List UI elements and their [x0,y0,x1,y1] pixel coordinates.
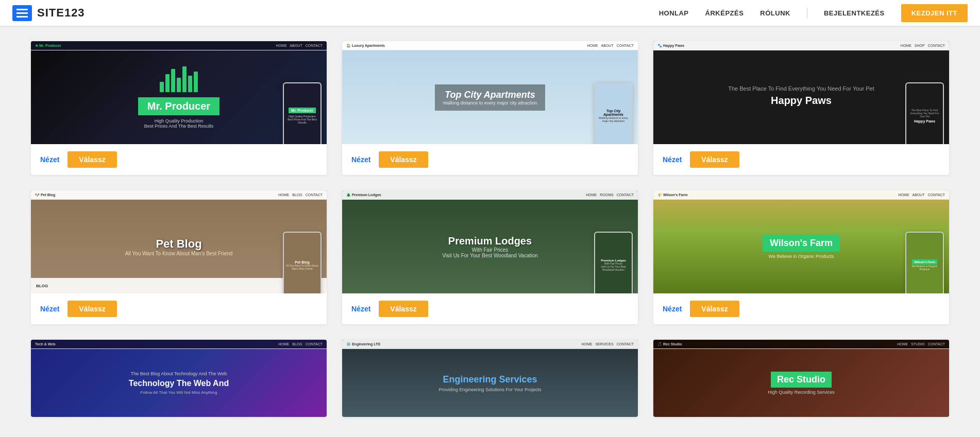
preview-sub-1: High Quality ProductionBest Prices And T… [144,118,213,129]
nav-honlap[interactable]: HONLAP [659,9,689,17]
template-actions-4: Nézet Válassz [31,293,327,324]
template-card-premium-lodges: 🌲 Premium Lodges HOME ROOMS CONTACT Prem… [342,190,638,324]
preview-content-2: Top City Apartments Walking distance to … [435,84,546,111]
template-card-mr-producer: ★ Mr. Producer HOME ABOUT CONTACT [31,41,327,175]
preview-nav-logo-1: ★ Mr. Producer [35,44,61,48]
template-actions-3: Nézet Válassz [653,144,949,175]
template-preview-mr-producer: ★ Mr. Producer HOME ABOUT CONTACT [31,41,327,144]
main-nav: HONLAP ÁRKÉPZÉS RÓLUNK BEJELENTKEZÉS KEZ… [659,4,968,22]
mobile-overlay-2: Top City Apartments Walking distance to … [594,82,633,144]
template-card-pet-blog: 🐶 Pet Blog HOME BLOG CONTACT Pet Blog Al… [31,190,327,324]
preview-nav-logo-5: 🌲 Premium Lodges [346,193,381,197]
template-actions-2: Nézet Válassz [342,144,638,175]
preview-nav-links-9: HOME STUDIO CONTACT [897,342,945,346]
valassz-button-3[interactable]: Válassz [690,151,739,168]
mobile-overlay-3: The Best Place To Find Everything You Ne… [905,82,944,144]
preview-nav-logo-9: 🎵 Rec Studio [657,342,682,346]
template-preview-tech-web: Tech & Web HOME BLOG CONTACT The Best Bl… [31,340,327,417]
template-preview-happy-paws: 🐾 Happy Paws HOME SHOP CONTACT The Best … [653,41,949,144]
nezet-button-1[interactable]: Nézet [40,155,59,164]
preview-nav-links-7: HOME BLOG CONTACT [278,342,323,346]
preview-nav-links-6: HOME ABOUT CONTACT [899,193,945,197]
templates-grid: ★ Mr. Producer HOME ABOUT CONTACT [31,41,949,417]
preview-nav-links-3: HOME SHOP CONTACT [901,44,945,47]
template-preview-engineering: ⚙️ Engineering LTD HOME SERVICES CONTACT… [342,340,638,417]
hamburger-menu[interactable] [12,5,32,21]
preview-content-6: Wilson's Farm We Believe in Organic Prod… [757,230,845,264]
preview-nav-links-2: HOME ABOUT CONTACT [587,44,634,47]
nezet-button-5[interactable]: Nézet [351,305,370,313]
preview-nav-logo-8: ⚙️ Engineering LTD [346,342,380,346]
preview-content-7: The Best Blog About Technology And The W… [124,366,234,400]
mobile-overlay-6: Wilson's Farm We Believe in Organic Prod… [905,232,944,293]
preview-content-3: The Best Place To Find Everything You Ne… [723,80,880,115]
header-left: SITE123 [12,5,85,21]
template-card-happy-paws: 🐾 Happy Paws HOME SHOP CONTACT The Best … [653,41,949,175]
template-preview-rec-studio: 🎵 Rec Studio HOME STUDIO CONTACT Rec Stu… [653,340,949,417]
valassz-button-5[interactable]: Válassz [379,301,428,317]
nav-divider [807,8,807,18]
template-preview-apartments: 🏠 Luxury Apartments HOME ABOUT CONTACT T… [342,41,638,144]
preview-nav-logo-2: 🏠 Luxury Apartments [346,44,385,48]
valassz-button-2[interactable]: Válassz [379,151,428,168]
template-card-rec-studio: 🎵 Rec Studio HOME STUDIO CONTACT Rec Stu… [653,340,949,417]
site-logo[interactable]: SITE123 [37,6,85,20]
valassz-button-6[interactable]: Válassz [690,301,739,317]
start-button[interactable]: KEZDJEN ITT [901,4,968,22]
nav-rolunk[interactable]: RÓLUNK [760,9,790,17]
mobile-overlay-4: Pet Blog All You Want To Know About Man'… [283,232,322,293]
main-content: ★ Mr. Producer HOME ABOUT CONTACT [0,26,980,432]
template-actions-6: Nézet Válassz [653,293,949,324]
nezet-button-3[interactable]: Nézet [663,155,682,164]
preview-nav-logo-6: 🌾 Wilson's Farm [657,193,687,197]
nezet-button-2[interactable]: Nézet [351,155,370,164]
preview-nav-links-1: HOME ABOUT CONTACT [276,44,323,47]
template-card-wilsons-farm: 🌾 Wilson's Farm HOME ABOUT CONTACT Wilso… [653,190,949,324]
login-button[interactable]: BEJELENTKEZÉS [824,9,885,17]
template-preview-pet-blog: 🐶 Pet Blog HOME BLOG CONTACT Pet Blog Al… [31,190,327,293]
preview-nav-logo-7: Tech & Web [35,342,55,346]
mobile-overlay-1: Mr. Producer High Quality ProductionBest… [283,82,322,144]
template-preview-wilsons-farm: 🌾 Wilson's Farm HOME ABOUT CONTACT Wilso… [653,190,949,293]
mobile-overlay-5: Premium Lodges With Fair PricesVisit Us … [594,232,633,293]
preview-nav-links-5: HOME ROOMS CONTACT [586,193,634,197]
template-card-apartments: 🏠 Luxury Apartments HOME ABOUT CONTACT T… [342,41,638,175]
nezet-button-6[interactable]: Nézet [663,305,682,313]
valassz-button-4[interactable]: Válassz [67,301,116,317]
nezet-button-4[interactable]: Nézet [40,305,59,313]
hamburger-icon [16,9,28,18]
preview-blog-label-4: BLOG [31,278,327,293]
template-actions-1: Nézet Válassz [31,144,327,175]
template-card-tech-web: Tech & Web HOME BLOG CONTACT The Best Bl… [31,340,327,417]
template-actions-5: Nézet Válassz [342,293,638,324]
preview-content-5: Premium Lodges With Fair PricesVisit Us … [437,230,543,264]
nav-arkepes[interactable]: ÁRKÉPZÉS [705,9,744,17]
preview-nav-links-8: HOME SERVICES CONTACT [581,342,634,346]
preview-content-4: Pet Blog All You Want To Know About Man'… [120,232,238,261]
preview-nav-links-4: HOME BLOG CONTACT [278,193,323,197]
template-card-engineering: ⚙️ Engineering LTD HOME SERVICES CONTACT… [342,340,638,417]
eq-bars [160,66,198,92]
valassz-button-1[interactable]: Válassz [67,151,116,168]
preview-nav-logo-4: 🐶 Pet Blog [35,193,55,197]
preview-nav-logo-3: 🐾 Happy Paws [657,44,684,48]
preview-title-1: Mr. Producer [138,97,219,115]
template-preview-premium-lodges: 🌲 Premium Lodges HOME ROOMS CONTACT Prem… [342,190,638,293]
header: SITE123 HONLAP ÁRKÉPZÉS RÓLUNK BEJELENTK… [0,0,980,26]
preview-content-8: Engineering Services Providing Engineeri… [433,369,546,397]
preview-content-9: Rec Studio High Quality Recording Servic… [763,366,840,400]
